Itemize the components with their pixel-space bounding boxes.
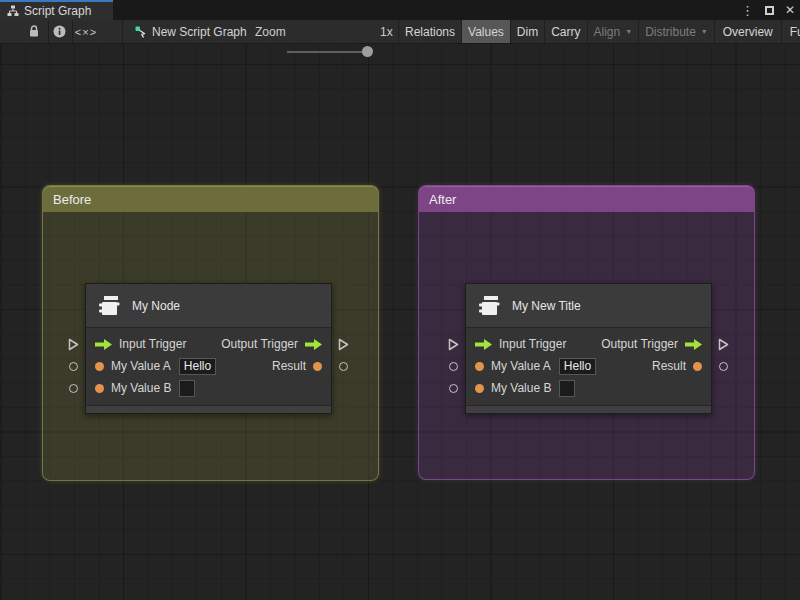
node-header[interactable]: My Node: [86, 284, 331, 328]
carry-button[interactable]: Carry: [545, 20, 587, 43]
chevron-down-icon: ▼: [701, 28, 708, 35]
flow-input-icon[interactable]: [475, 339, 492, 350]
value-b-label: My Value B: [111, 381, 171, 395]
value-port-icon[interactable]: [95, 362, 104, 371]
value-port-icon[interactable]: [95, 384, 104, 393]
value-a-input[interactable]: Hello: [179, 358, 216, 375]
external-value-port[interactable]: [339, 362, 348, 371]
zoom-value: 1x: [380, 20, 393, 43]
graph-name-label[interactable]: New Script Graph: [152, 20, 247, 43]
distribute-dropdown[interactable]: Distribute ▼: [639, 20, 715, 43]
flow-output-icon[interactable]: [685, 339, 702, 350]
value-a-label: My Value A: [111, 359, 171, 373]
code-icon[interactable]: <×>: [74, 20, 98, 43]
external-value-port[interactable]: [69, 362, 78, 371]
toolbar-separator: [48, 20, 49, 43]
node-header[interactable]: My New Title: [466, 284, 711, 328]
port-row-value-b: My Value B: [466, 377, 711, 399]
output-trigger-label: Output Trigger: [221, 337, 298, 351]
align-dropdown[interactable]: Align ▼: [588, 20, 640, 43]
value-a-input[interactable]: Hello: [559, 358, 596, 375]
value-b-input[interactable]: [179, 380, 195, 397]
flow-output-icon[interactable]: [305, 339, 322, 350]
toolbar-separator: [122, 20, 123, 43]
graph-pointer-icon: [133, 20, 149, 43]
group-title: After: [429, 192, 456, 207]
port-row-triggers: Input Trigger Output Trigger: [86, 333, 331, 355]
value-b-label: My Value B: [491, 381, 551, 395]
window-close-icon[interactable]: ✕: [785, 3, 795, 17]
flow-input-icon[interactable]: [95, 339, 112, 350]
node-before[interactable]: My Node Input Trigger Output Trigger My …: [85, 283, 332, 414]
group-before-header[interactable]: Before: [43, 186, 378, 212]
zoom-slider-track[interactable]: [287, 51, 371, 53]
external-value-port[interactable]: [719, 362, 728, 371]
value-port-icon[interactable]: [475, 362, 484, 371]
node-footer: [466, 405, 711, 413]
node-after[interactable]: My New Title Input Trigger Output Trigge…: [465, 283, 712, 414]
input-trigger-label: Input Trigger: [499, 337, 566, 351]
port-row-value-b: My Value B: [86, 377, 331, 399]
tab-title: Script Graph: [24, 4, 91, 18]
external-value-port[interactable]: [69, 384, 78, 393]
zoom-label: Zoom: [255, 20, 286, 43]
window-maximize-icon[interactable]: [765, 6, 774, 15]
info-icon[interactable]: [50, 20, 68, 43]
node-title: My New Title: [512, 299, 581, 313]
external-flow-output-port[interactable]: [338, 338, 349, 354]
group-title: Before: [53, 192, 91, 207]
group-after-header[interactable]: After: [419, 186, 754, 212]
value-a-label: My Value A: [491, 359, 551, 373]
window-menu-icon[interactable]: ⋮: [741, 4, 754, 17]
overview-button[interactable]: Overview: [715, 20, 782, 43]
node-body: Input Trigger Output Trigger My Value A …: [466, 328, 711, 405]
chevron-down-icon: ▼: [625, 28, 632, 35]
port-row-triggers: Input Trigger Output Trigger: [466, 333, 711, 355]
unit-icon: [96, 293, 122, 319]
zoom-slider-handle[interactable]: [362, 46, 373, 57]
node-body: Input Trigger Output Trigger My Value A …: [86, 328, 331, 405]
output-trigger-label: Output Trigger: [601, 337, 678, 351]
external-flow-input-port[interactable]: [448, 338, 459, 354]
value-port-icon[interactable]: [475, 384, 484, 393]
port-row-value-a: My Value A Hello Result: [86, 355, 331, 377]
value-b-input[interactable]: [559, 380, 575, 397]
fullscreen-button[interactable]: Full Screen: [782, 20, 800, 43]
toolbar-separator: [72, 20, 73, 43]
script-graph-icon: [7, 5, 19, 17]
values-button[interactable]: Values: [462, 20, 511, 43]
external-flow-input-port[interactable]: [68, 338, 79, 354]
node-footer: [86, 405, 331, 413]
input-trigger-label: Input Trigger: [119, 337, 186, 351]
value-port-icon[interactable]: [693, 362, 702, 371]
graph-toolbar: <×> New Script Graph Zoom 1x Relations V…: [0, 20, 800, 44]
result-label: Result: [652, 359, 686, 373]
toolbar-toggle-group: Relations Values Dim Carry Align ▼ Distr…: [398, 20, 800, 43]
lock-icon[interactable]: [24, 20, 44, 43]
external-value-port[interactable]: [449, 384, 458, 393]
external-flow-output-port[interactable]: [718, 338, 729, 354]
tab-script-graph[interactable]: Script Graph: [0, 0, 113, 20]
dim-button[interactable]: Dim: [511, 20, 545, 43]
port-row-value-a: My Value A Hello Result: [466, 355, 711, 377]
result-label: Result: [272, 359, 306, 373]
relations-button[interactable]: Relations: [399, 20, 462, 43]
window-tab-bar: Script Graph ⋮ ✕: [0, 0, 800, 20]
external-value-port[interactable]: [449, 362, 458, 371]
node-title: My Node: [132, 299, 180, 313]
value-port-icon[interactable]: [313, 362, 322, 371]
unit-icon: [476, 293, 502, 319]
